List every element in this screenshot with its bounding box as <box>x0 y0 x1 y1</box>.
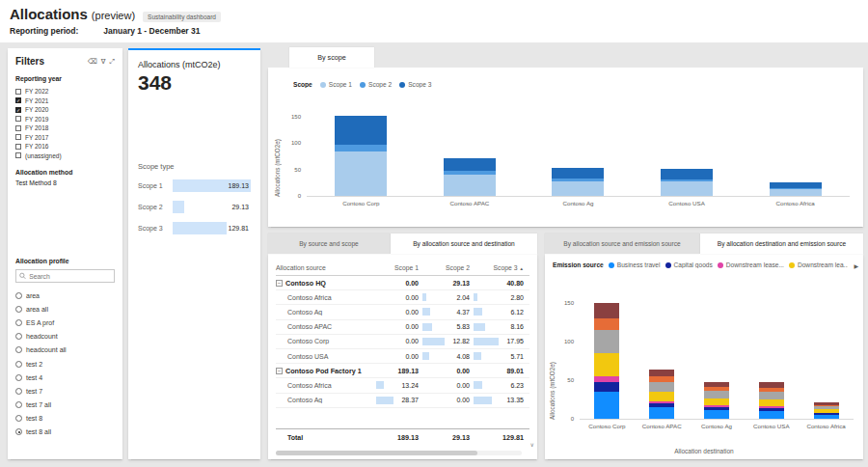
allocation-profile-option[interactable]: test 7 <box>15 384 115 398</box>
column-scope-3[interactable]: Scope 3▲ <box>472 264 526 271</box>
bar-contoso-africa[interactable] <box>770 182 822 196</box>
checkbox-icon[interactable] <box>15 144 21 150</box>
legend-item[interactable]: Capital goods <box>665 261 713 268</box>
profile-search[interactable] <box>15 269 115 283</box>
filter-year-option[interactable]: FY 2018 <box>15 124 115 133</box>
filters-header: Filters ⌫ ∇ ⤢ <box>15 56 115 67</box>
scroll-down-icon[interactable]: ∨ <box>530 441 534 448</box>
filter-year-option[interactable]: FY 2016 <box>15 142 115 151</box>
bar-segment <box>594 318 619 330</box>
table-row[interactable]: Contoso APAC0.005.838.16 <box>276 320 529 335</box>
bar-contoso-usa[interactable] <box>759 382 784 419</box>
allocation-profile-option[interactable]: headcount <box>15 330 115 343</box>
table-row[interactable]: Contoso Corp0.0012.8217.95 <box>276 335 529 349</box>
tab-by-source-and-scope[interactable]: By source and scope <box>268 234 390 254</box>
column-scope-1[interactable]: Scope 1 <box>374 264 420 271</box>
allocation-profile-option[interactable]: headcount all <box>15 343 115 357</box>
tab-by-scope[interactable]: By scope <box>289 47 374 68</box>
allocation-profile-option[interactable]: test 2 <box>15 357 115 371</box>
legend-item[interactable]: Downstream lease... <box>718 261 784 268</box>
allocation-profile-option[interactable]: test 8 all <box>15 426 115 439</box>
checkbox-icon[interactable] <box>15 125 21 131</box>
tab-by-allocation-source-and-destination[interactable]: By allocation source and destination <box>391 234 537 254</box>
scrollbar-thumb[interactable] <box>276 451 477 455</box>
radio-icon[interactable] <box>15 319 22 326</box>
profile-option-label: test 2 <box>26 361 42 368</box>
radio-icon[interactable] <box>15 361 22 368</box>
bar-contoso-ag[interactable] <box>704 382 729 419</box>
filter-year-option[interactable]: ✓FY 2021 <box>15 96 115 106</box>
table-row[interactable]: −Contoso Pod Factory 1189.130.0089.01 <box>276 364 529 378</box>
allocation-profile-option[interactable]: test 7 all <box>15 398 115 412</box>
cell-value: 0.00 <box>397 280 420 287</box>
checkbox-icon[interactable] <box>15 116 21 122</box>
page-title: Allocations <box>10 6 88 22</box>
bar-contoso-africa[interactable] <box>814 402 839 419</box>
filter-icon[interactable]: ∇ <box>101 58 106 66</box>
checkbox-icon[interactable] <box>15 152 21 158</box>
expand-icon[interactable]: ⤢ <box>109 58 115 66</box>
checkbox-icon[interactable] <box>15 89 21 95</box>
table-row[interactable]: Contoso Africa0.002.042.80 <box>276 290 529 305</box>
table-row[interactable]: Contoso Africa13.240.006.23 <box>276 378 529 393</box>
tab-by-allocation-destination-and-emission-source[interactable]: By allocation destination and emission s… <box>700 234 863 254</box>
search-input[interactable] <box>29 273 111 280</box>
radio-icon[interactable] <box>15 428 22 435</box>
radio-icon[interactable] <box>15 333 22 340</box>
collapse-icon[interactable]: − <box>276 368 283 374</box>
radio-icon[interactable] <box>15 374 22 381</box>
bar-segment <box>661 181 713 196</box>
column-scope-2[interactable]: Scope 2 <box>420 264 472 271</box>
radio-icon[interactable] <box>15 401 22 408</box>
table-row[interactable]: Contoso Ag28.370.0013.35 <box>276 394 529 408</box>
filter-year-option[interactable]: FY 2017 <box>15 133 115 143</box>
legend-item-label: Downstream lease... <box>726 261 784 268</box>
cell-value: 4.37 <box>448 309 472 316</box>
allocation-profile-option[interactable]: ES A prof <box>15 316 115 329</box>
tab-by-allocation-source-and-emission-source[interactable]: By allocation source and emission source <box>545 234 699 254</box>
legend-item[interactable]: Scope 2 <box>360 81 392 88</box>
checkbox-icon[interactable]: ✓ <box>15 107 21 113</box>
legend-next-icon[interactable]: ▶ <box>854 262 858 269</box>
legend-item-label: Capital goods <box>674 261 713 268</box>
radio-icon[interactable] <box>15 306 22 313</box>
bar-contoso-corp[interactable] <box>335 116 387 196</box>
allocation-profile-option[interactable]: test 8 <box>15 412 115 426</box>
eraser-icon[interactable]: ⌫ <box>88 58 97 66</box>
radio-icon[interactable] <box>15 388 22 395</box>
bar-contoso-apac[interactable] <box>649 370 674 419</box>
filter-year-option[interactable]: (unassigned) <box>15 151 115 161</box>
x-category-label: Contoso APAC <box>416 200 525 206</box>
radio-icon[interactable] <box>15 292 22 299</box>
bar-contoso-ag[interactable] <box>552 168 604 196</box>
table-total-row: Total 189.13 29.13 129.81 <box>276 428 529 446</box>
legend-item[interactable]: Scope 1 <box>320 81 352 88</box>
collapse-icon[interactable]: − <box>276 280 283 287</box>
bar-contoso-corp[interactable] <box>594 303 619 419</box>
radio-icon[interactable] <box>15 346 22 353</box>
filter-year-option[interactable]: FY 2019 <box>15 115 115 124</box>
radio-icon[interactable] <box>15 415 22 422</box>
allocation-profile-option[interactable]: area all <box>15 302 115 316</box>
legend-item[interactable]: Scope 3 <box>399 81 431 88</box>
scope-type-rows: Scope 1189.13Scope 229.13Scope 3129.81 <box>138 179 251 234</box>
profile-option-label: test 7 all <box>26 401 51 408</box>
column-allocation-source[interactable]: Allocation source <box>276 264 374 271</box>
allocation-profile-option[interactable]: area <box>15 288 115 302</box>
bar-segment <box>649 382 674 392</box>
data-bar <box>474 323 485 331</box>
filter-year-option[interactable]: FY 2022 <box>15 87 115 96</box>
filter-year-option[interactable]: ✓FY 2020 <box>15 105 115 115</box>
legend-item[interactable]: Business travel <box>609 261 661 268</box>
bar-contoso-apac[interactable] <box>444 158 496 196</box>
allocation-profile-option[interactable]: test 4 <box>15 371 115 384</box>
table-row[interactable]: −Contoso HQ0.0029.1340.80 <box>276 276 529 290</box>
horizontal-scrollbar[interactable] <box>276 451 522 455</box>
table-row[interactable]: Contoso USA0.004.085.71 <box>276 349 529 364</box>
checkbox-icon[interactable] <box>15 134 21 140</box>
bar-contoso-usa[interactable] <box>661 169 713 196</box>
allocation-profile-list: areaarea allES A profheadcountheadcount … <box>15 288 115 439</box>
checkbox-icon[interactable]: ✓ <box>15 97 21 103</box>
legend-item[interactable]: Downstream lea... <box>789 261 848 268</box>
table-row[interactable]: Contoso Ag0.004.376.12 <box>276 305 529 319</box>
